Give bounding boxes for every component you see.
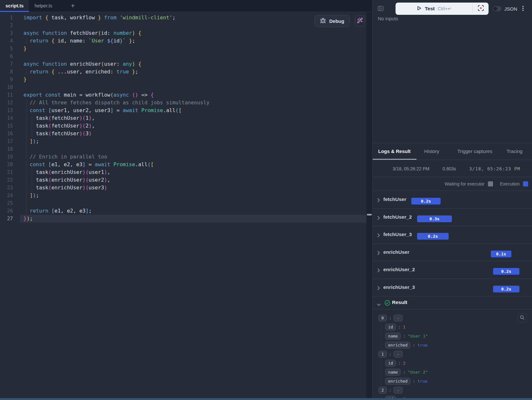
chevron-right-icon[interactable] <box>377 286 380 291</box>
debug-button[interactable]: Debug <box>314 15 350 27</box>
json-key-badge: enriched <box>385 378 410 385</box>
line-number: 2 <box>0 22 13 29</box>
collapse-toggle[interactable]: - <box>394 387 403 394</box>
chevron-right-icon[interactable] <box>377 215 380 221</box>
code-line[interactable]: 18 <box>0 145 366 153</box>
code-line[interactable]: 2 <box>0 22 366 29</box>
json-toggle[interactable] <box>493 6 501 11</box>
legend-execution-label: Execution <box>500 181 520 186</box>
code-text: task(enrichUser)(user2), <box>23 176 110 184</box>
run-start-time: 3/18, 05:26:22 PM <box>393 166 429 171</box>
chevron-right-icon[interactable] <box>377 251 380 256</box>
code-line[interactable]: 25 <box>0 199 366 207</box>
code-line[interactable]: 26 return [e1, e2, e3]; <box>0 207 366 215</box>
line-number: 12 <box>0 99 13 107</box>
code-text: }); <box>23 215 33 223</box>
tab-history[interactable]: History <box>424 148 439 154</box>
panel-splitter[interactable] <box>366 0 372 400</box>
result-field-row: enriched:true <box>385 376 428 386</box>
bug-icon <box>320 18 326 25</box>
code-line[interactable]: 15 task(fetchUser)(2), <box>0 122 366 130</box>
code-line[interactable]: 16 task(fetchUser)(3) <box>0 130 366 138</box>
editor-tab-bar: script.tshelper.ts+ <box>0 0 372 12</box>
execution-bar[interactable]: 0.2s <box>493 268 519 275</box>
execution-bar[interactable]: 0.3s <box>417 215 452 222</box>
code-text: task(enrichUser)(user3) <box>23 184 107 192</box>
execution-bar[interactable]: 0.1s <box>491 251 511 257</box>
no-inputs-text: No inputs <box>378 16 398 21</box>
bottom-strip <box>0 398 532 400</box>
timeline-row-enrichUser_2[interactable]: enrichUser_20.2s <box>373 261 532 279</box>
code-line[interactable]: 12 // All three fetches dispatch as chil… <box>0 99 366 107</box>
code-line[interactable]: 9} <box>0 76 366 83</box>
run-end-time: 3/18, 05:26:23 PM <box>469 166 520 171</box>
result-search-button[interactable] <box>518 313 527 323</box>
code-line[interactable]: 8 return { ...user, enriched: true }; <box>0 68 366 76</box>
code-line[interactable]: 1import { task, workflow } from 'windmil… <box>0 14 366 22</box>
kebab-menu-icon[interactable] <box>522 6 524 11</box>
tab-logs-result[interactable]: Logs & Result <box>378 148 411 154</box>
editor-tab-script.ts[interactable]: script.ts <box>0 0 29 12</box>
line-number: 14 <box>0 114 13 122</box>
collapse-toggle[interactable]: - <box>394 351 403 357</box>
splitter-grip-handle[interactable] <box>367 214 372 215</box>
code-line[interactable]: 21 task(enrichUser)(user1), <box>0 168 366 176</box>
run-duration: 0.803s <box>443 166 456 171</box>
code-editor[interactable]: 1import { task, workflow } from 'windmil… <box>0 12 366 400</box>
collapse-panel-button[interactable] <box>378 5 384 13</box>
code-line[interactable]: 20 const [e1, e2, e3] = await Promise.al… <box>0 161 366 168</box>
line-number: 7 <box>0 60 13 68</box>
execution-bar[interactable]: 0.2s <box>417 233 449 240</box>
indent-guide <box>26 145 26 153</box>
timeline-row-enrichUser_3[interactable]: enrichUser_30.2s <box>373 279 532 296</box>
code-line[interactable]: 6 <box>0 52 366 60</box>
colon: : <box>398 325 401 329</box>
debug-button-label: Debug <box>329 18 344 24</box>
code-line[interactable]: 10 <box>0 83 366 91</box>
toggle-knob <box>493 7 497 11</box>
code-line[interactable]: 4 return { id, name: `User ${id}` }; <box>0 37 366 45</box>
timeline-row-fetchUser[interactable]: fetchUser0.2s <box>373 191 532 208</box>
result-body: 0:-id:1name:"User 1"enriched:true1:-id:2… <box>373 310 532 398</box>
code-text: // Enrich in parallel too <box>23 153 107 161</box>
code-line[interactable]: 3async function fetchUser(id: number) { <box>0 29 366 37</box>
editor-tab-helper.ts[interactable]: helper.ts <box>29 0 58 12</box>
tab-trigger-captures[interactable]: Trigger captures <box>457 148 492 154</box>
execution-bar[interactable]: 0.2s <box>411 198 441 205</box>
code-text: async function enrichUser(user: any) { <box>23 60 141 68</box>
line-number: 9 <box>0 76 13 83</box>
result-field-row: name:"User 1" <box>385 331 428 340</box>
result-header[interactable]: Result <box>373 296 532 310</box>
code-line[interactable]: 24 ]); <box>0 192 366 199</box>
timeline-row-fetchUser_2[interactable]: fetchUser_20.3s <box>373 208 532 226</box>
result-array-item: 0:- <box>378 313 428 322</box>
timeline-row-fetchUser_3[interactable]: fetchUser_30.2s <box>373 226 532 243</box>
code-line[interactable]: 7async function enrichUser(user: any) { <box>0 60 366 68</box>
result-field-row: id:3 <box>385 395 428 398</box>
result-item-children: id:1name:"User 1"enriched:true <box>381 322 428 349</box>
ai-assistant-button[interactable] <box>355 15 365 27</box>
execution-bar[interactable]: 0.2s <box>493 286 519 292</box>
result-json-tree: 0:-id:1name:"User 1"enriched:true1:-id:2… <box>378 313 428 398</box>
code-line[interactable]: 13 const [user1, user2, user3] = await P… <box>0 107 366 114</box>
code-line[interactable]: 27}); <box>0 215 366 223</box>
code-line[interactable]: 11export const main = workflow(async () … <box>0 91 366 99</box>
capture-run-button[interactable] <box>473 3 489 15</box>
job-name: fetchUser_2 <box>383 214 412 220</box>
code-line[interactable]: 14 task(fetchUser)(1), <box>0 114 366 122</box>
code-line[interactable]: 22 task(enrichUser)(user2), <box>0 176 366 184</box>
code-line[interactable]: 19 // Enrich in parallel too <box>0 153 366 161</box>
code-line[interactable]: 17 ]); <box>0 138 366 145</box>
timeline-row-enrichUser[interactable]: enrichUser0.1s <box>373 243 532 261</box>
chevron-right-icon[interactable] <box>377 198 380 204</box>
json-value: 1 <box>403 325 406 329</box>
tab-tracing[interactable]: Tracing <box>507 148 522 154</box>
new-tab-button[interactable]: + <box>66 0 79 12</box>
code-line[interactable]: 5} <box>0 45 366 52</box>
chevron-right-icon[interactable] <box>377 268 380 274</box>
chevron-right-icon[interactable] <box>377 233 380 239</box>
code-line[interactable]: 23 task(enrichUser)(user3) <box>0 184 366 192</box>
test-button[interactable]: Test Ctrl+↵ <box>396 3 472 15</box>
collapse-toggle[interactable]: - <box>394 315 403 321</box>
job-timeline: fetchUser0.2sfetchUser_20.3sfetchUser_30… <box>373 191 532 296</box>
